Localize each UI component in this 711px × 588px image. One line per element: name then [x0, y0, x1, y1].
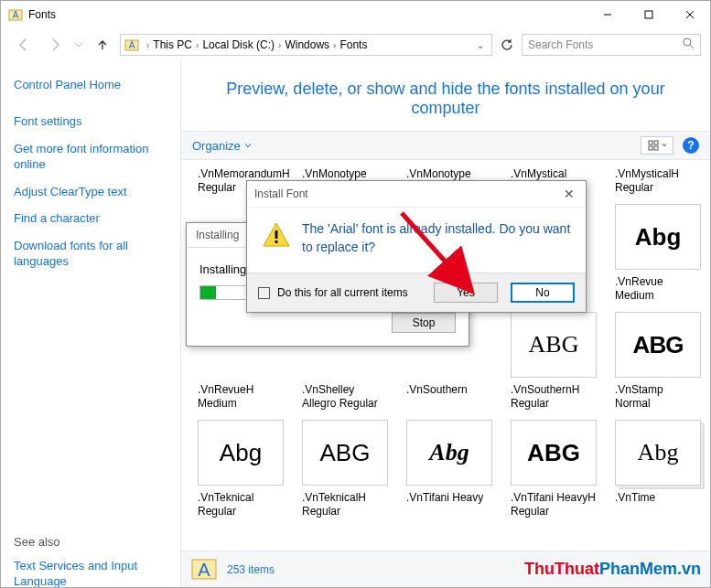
- breadcrumb-windows[interactable]: Windows: [285, 38, 329, 51]
- dialog-title: Install Font: [254, 187, 308, 200]
- sidebar-link-download[interactable]: Download fonts for all languages: [14, 238, 167, 270]
- maximize-button[interactable]: [628, 1, 669, 28]
- watermark: ThuThuatPhanMem.vn: [524, 560, 701, 579]
- font-name[interactable]: .VnRevueH Medium: [198, 383, 284, 411]
- checkbox-label: Do this for all current items: [277, 286, 421, 299]
- font-tile[interactable]: ABG: [511, 420, 597, 486]
- font-name[interactable]: .VnStamp Normal: [615, 383, 701, 411]
- warning-icon: [262, 220, 291, 250]
- do-for-all-checkbox[interactable]: [258, 287, 270, 299]
- address-drop-icon[interactable]: ⌄: [473, 40, 488, 50]
- font-tile[interactable]: ABG: [302, 420, 388, 486]
- font-name[interactable]: .VnSouthernH Regular: [511, 383, 597, 411]
- svg-rect-17: [275, 241, 278, 243]
- font-name[interactable]: .VnTifani Heavy: [406, 491, 492, 519]
- font-tile[interactable]: Abg: [406, 420, 492, 486]
- svg-rect-13: [654, 146, 658, 150]
- font-name[interactable]: .VnShelley Allegro Regular: [302, 383, 388, 411]
- font-name[interactable]: .VnTeknicalH Regular: [302, 491, 388, 519]
- font-name[interactable]: .VnRevue Medium: [615, 275, 701, 303]
- font-name[interactable]: .VnSouthern: [406, 383, 492, 411]
- svg-point-8: [684, 38, 691, 46]
- control-panel-home-link[interactable]: Control Panel Home: [14, 78, 167, 91]
- search-placeholder: Search Fonts: [528, 38, 593, 51]
- sidebar-link-find-char[interactable]: Find a character: [14, 210, 167, 227]
- search-input[interactable]: Search Fonts: [522, 34, 701, 56]
- address-bar[interactable]: A › This PC › Local Disk (C:) › Windows …: [120, 34, 492, 56]
- sidebar: Control Panel Home Font settings Get mor…: [1, 61, 180, 587]
- folder-fonts-icon: A: [190, 554, 218, 584]
- chevron-right-icon: ›: [333, 40, 336, 50]
- font-tile[interactable]: ABG: [511, 312, 597, 378]
- recent-drop-icon[interactable]: [72, 32, 85, 58]
- sidebar-link-text-services[interactable]: Text Services and Input Language: [14, 558, 167, 588]
- minimize-button[interactable]: [587, 1, 628, 28]
- window-title: Fonts: [28, 8, 587, 21]
- folder-fonts-icon: A: [124, 37, 139, 52]
- folder-fonts-icon: A: [8, 7, 23, 22]
- view-options-button[interactable]: [641, 136, 673, 155]
- page-heading: Preview, delete, or show and hide the fo…: [181, 61, 710, 131]
- svg-rect-3: [645, 11, 652, 18]
- organize-menu[interactable]: Organize: [192, 139, 252, 153]
- help-button[interactable]: ?: [683, 137, 699, 154]
- font-name[interactable]: .VnTime: [615, 491, 701, 519]
- status-bar: A 253 items ThuThuatPhanMem.vn: [181, 551, 710, 587]
- font-name[interactable]: .VnMysticalH Regular: [615, 167, 701, 195]
- see-also-heading: See also: [14, 535, 167, 549]
- up-button[interactable]: [89, 32, 116, 58]
- search-icon: [683, 37, 695, 52]
- svg-text:A: A: [129, 40, 135, 50]
- close-icon[interactable]: ✕: [560, 187, 578, 201]
- chevron-right-icon: ›: [278, 40, 281, 50]
- close-button[interactable]: [669, 1, 710, 28]
- svg-rect-16: [275, 230, 278, 239]
- chevron-down-icon: [244, 142, 252, 149]
- toolbar: Organize ?: [181, 131, 710, 160]
- chevron-right-icon: ›: [146, 40, 149, 50]
- titlebar: A Fonts: [1, 1, 710, 28]
- breadcrumb-fonts[interactable]: Fonts: [339, 38, 367, 51]
- sidebar-link-cleartype[interactable]: Adjust ClearType text: [14, 184, 167, 200]
- no-button[interactable]: No: [511, 283, 575, 303]
- sidebar-link-font-settings[interactable]: Font settings: [14, 113, 167, 130]
- svg-rect-10: [649, 141, 652, 144]
- breadcrumb-root[interactable]: This PC: [153, 38, 192, 51]
- svg-rect-12: [649, 146, 652, 150]
- stop-button[interactable]: Stop: [392, 313, 456, 333]
- font-name[interactable]: .VnTeknical Regular: [198, 491, 284, 519]
- font-tile[interactable]: ABG: [615, 312, 701, 378]
- refresh-button[interactable]: [496, 34, 518, 56]
- yes-button[interactable]: Yes: [434, 283, 498, 303]
- chevron-down-icon: [662, 143, 667, 148]
- font-tile[interactable]: Abg: [198, 420, 284, 486]
- back-button[interactable]: [10, 32, 38, 58]
- font-tile[interactable]: Abg: [615, 420, 701, 486]
- install-font-dialog: Install Font ✕ The 'Arial' font is alrea…: [246, 180, 587, 313]
- forward-button[interactable]: [41, 32, 69, 58]
- navbar: A › This PC › Local Disk (C:) › Windows …: [1, 28, 710, 61]
- breadcrumb-drive[interactable]: Local Disk (C:): [202, 38, 275, 51]
- svg-text:A: A: [198, 560, 210, 580]
- font-name[interactable]: .VnTifani HeavyH Regular: [511, 491, 597, 519]
- dialog-message: The 'Arial' font is already installed. D…: [302, 220, 571, 256]
- chevron-right-icon: ›: [196, 40, 199, 50]
- view-icon: [648, 140, 659, 151]
- sidebar-link-more-info[interactable]: Get more font information online: [14, 141, 167, 173]
- svg-text:A: A: [13, 10, 19, 20]
- svg-rect-11: [654, 141, 658, 144]
- item-count: 253 items: [227, 563, 275, 576]
- font-tile[interactable]: Abg: [615, 204, 701, 270]
- svg-line-9: [690, 45, 694, 48]
